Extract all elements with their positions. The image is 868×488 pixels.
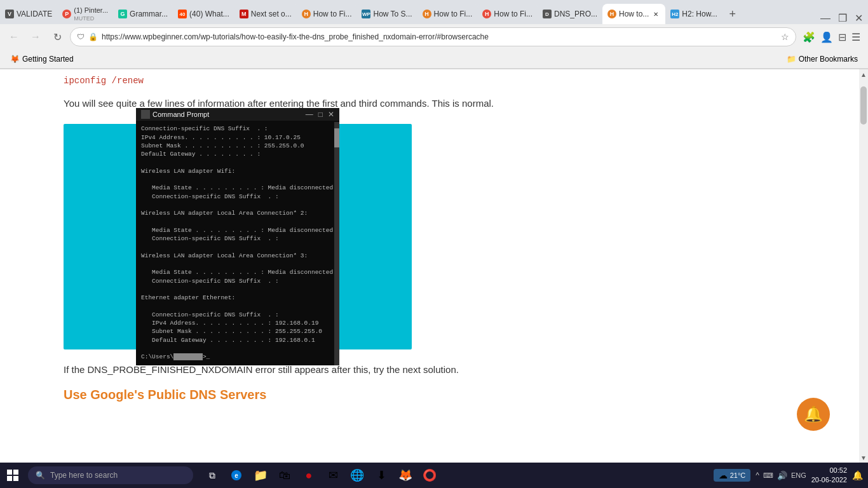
- taskbar-app-browser2[interactable]: 🌐: [346, 464, 369, 487]
- tab-favicon-dns-pro: D: [543, 10, 552, 18]
- tab-favicon-howto-active: H: [607, 10, 616, 18]
- scrollbar-thumb[interactable]: [860, 86, 867, 125]
- taskbar-search-placeholder: Type here to search: [50, 471, 118, 480]
- new-tab-button[interactable]: +: [722, 4, 743, 24]
- cmd-line-12: [141, 218, 334, 226]
- cmd-screenshot-container: Command Prompt — □ ✕ Connection-specific…: [64, 124, 412, 349]
- cmd-line-17: [141, 260, 334, 268]
- tab-howto-fix[interactable]: H How to Fi...: [297, 4, 357, 24]
- taskbar-app-mail[interactable]: ✉: [322, 464, 344, 487]
- taskbar-search-bar[interactable]: 🔍 Type here to search: [28, 466, 193, 484]
- notification-bell-button[interactable]: 🔔: [797, 398, 830, 431]
- lock-icon: 🔒: [88, 32, 98, 41]
- tab-dns-pro[interactable]: D DNS_PRO...: [538, 4, 602, 24]
- cmd-line-26: Default Gateway . . . . . . . . : 192.16…: [141, 336, 334, 344]
- tab-whatsnew[interactable]: 40 (40) What...: [173, 4, 234, 24]
- tab-close-button[interactable]: ✕: [651, 10, 660, 18]
- tab-howto-s[interactable]: WP How To S...: [356, 4, 417, 24]
- content-area: ipconfig /renew You will see quite a few…: [0, 69, 868, 463]
- tab-howto-f3[interactable]: H How to Fi...: [477, 4, 538, 24]
- cmd-line-24: IPv4 Address. . . . . . . . . . : 192.16…: [141, 319, 334, 327]
- svg-text:e: e: [234, 472, 238, 479]
- cmd-line-18: Media State . . . . . . . . . : Media di…: [141, 268, 334, 276]
- close-button[interactable]: ✕: [855, 12, 863, 24]
- address-input[interactable]: [102, 32, 777, 41]
- tab-pinterest[interactable]: P (1) Pinter...MUTED: [57, 4, 113, 24]
- weather-temperature: 21°C: [730, 471, 746, 479]
- page-scrollbar[interactable]: ▲ ▼: [859, 69, 868, 463]
- bookmark-star-icon[interactable]: ☆: [781, 32, 789, 42]
- tab-label-howto-fix: How to Fi...: [313, 10, 352, 18]
- taskbar-systray: ^ ⌨ 🔊 ENG: [756, 471, 806, 480]
- cmd-line-21: Ethernet adapter Ethernet:: [141, 294, 334, 302]
- cmd-line-2: IPv4 Address. . . . . . . . . . : 10.17.…: [141, 133, 334, 142]
- cmd-close: ✕: [328, 110, 334, 119]
- refresh-button[interactable]: ↻: [48, 28, 66, 46]
- cmd-line-27: [141, 344, 334, 353]
- tab-validate[interactable]: V VALIDATE: [0, 4, 57, 24]
- cmd-line-15: [141, 243, 334, 252]
- tab-bar: V VALIDATE P (1) Pinter...MUTED G Gramma…: [0, 0, 868, 24]
- taskbar-weather-widget[interactable]: ☁ 21°C: [714, 469, 751, 482]
- scrollbar-track: [859, 80, 868, 452]
- tray-arrow-icon[interactable]: ^: [756, 471, 759, 480]
- taskbar-app-firefox[interactable]: 🦊: [394, 464, 417, 487]
- tab-favicon-whatsnew: 40: [178, 10, 187, 18]
- tray-keyboard-icon[interactable]: ⌨: [763, 471, 773, 480]
- taskbar-app-opera[interactable]: ●: [297, 464, 320, 487]
- bookmark-getting-started[interactable]: 🦊 Getting Started: [5, 53, 79, 65]
- cmd-line-20: [141, 285, 334, 294]
- tab-label-h2-how: H2: How...: [682, 10, 717, 18]
- address-bar-container: 🛡 🔒 ☆: [70, 27, 796, 46]
- cmd-scrollbar-thumb: [334, 128, 339, 147]
- tab-favicon-howto-s: WP: [362, 10, 370, 18]
- start-button[interactable]: [0, 463, 25, 488]
- tab-label-whatsnew: (40) What...: [189, 10, 229, 18]
- cmd-titlebar: Command Prompt — □ ✕: [136, 108, 339, 121]
- profile-icon[interactable]: 👤: [820, 31, 833, 43]
- extensions-icon[interactable]: 🧩: [803, 31, 815, 43]
- section-heading: Use Google's Public DNS Servers: [64, 388, 796, 402]
- back-button[interactable]: ←: [5, 28, 23, 46]
- taskbar-app-edge[interactable]: e: [225, 464, 248, 487]
- tray-language-icon[interactable]: ENG: [791, 471, 806, 479]
- tab-grammarly[interactable]: G Grammar...: [113, 4, 173, 24]
- security-icon: 🛡: [77, 32, 85, 41]
- tab-favicon-howto-f2: H: [423, 10, 431, 18]
- forward-button[interactable]: →: [27, 28, 44, 46]
- taskbar-clock[interactable]: 00:52 20-06-2022: [811, 466, 847, 485]
- cmd-scrollbar[interactable]: [334, 122, 339, 365]
- taskbar-app-task-view[interactable]: ⧉: [201, 464, 224, 487]
- cmd-title-label: Command Prompt: [153, 111, 209, 118]
- tab-favicon-nextset: M: [240, 10, 248, 18]
- bookmark-label-getting-started: Getting Started: [22, 55, 74, 64]
- cmd-line-4: Default Gateway . . . . . . . . :: [141, 150, 334, 158]
- taskbar-app-store[interactable]: 🛍: [273, 464, 296, 487]
- tab-howto-active[interactable]: H How to... ✕: [602, 4, 665, 24]
- maximize-button[interactable]: ❒: [838, 12, 847, 24]
- other-bookmarks-button[interactable]: 📁 Other Bookmarks: [782, 53, 863, 65]
- browser-right-controls: 🧩 👤 ⊟ ☰: [800, 31, 863, 43]
- tab-howto-f2[interactable]: H How to Fi...: [417, 4, 478, 24]
- tab-label-howto-f2: How to Fi...: [434, 10, 473, 18]
- scroll-up-arrow[interactable]: ▲: [858, 69, 868, 80]
- tray-volume-icon[interactable]: 🔊: [777, 471, 787, 480]
- cmd-line-9: Connection-specific DNS Suffix . :: [141, 193, 334, 201]
- minimize-button[interactable]: —: [820, 13, 831, 24]
- cmd-window: Command Prompt — □ ✕ Connection-specific…: [136, 108, 339, 365]
- scroll-down-arrow[interactable]: ▼: [858, 452, 868, 463]
- taskbar-right: ☁ 21°C ^ ⌨ 🔊 ENG 00:52 20-06-2022 🔔: [714, 466, 868, 485]
- taskbar-app-explorer[interactable]: 📁: [249, 464, 272, 487]
- taskbar-app-opera2[interactable]: ⭕: [418, 464, 441, 487]
- tab-label-grammarly: Grammar...: [130, 10, 168, 18]
- taskbar-app-qbittorrent[interactable]: ⬇: [370, 464, 393, 487]
- window-controls: — ❒ ✕: [815, 12, 868, 24]
- tab-nextset[interactable]: M Next set o...: [234, 4, 297, 24]
- cmd-minimize: —: [306, 110, 313, 119]
- tab-h2-how[interactable]: H2 H2: How...: [665, 4, 722, 24]
- taskbar-notification-icon[interactable]: 🔔: [852, 470, 863, 480]
- menu-icon[interactable]: ☰: [851, 31, 860, 43]
- tab-favicon-validate: V: [5, 10, 14, 18]
- taskbar: 🔍 Type here to search ⧉ e 📁 🛍 ● ✉ 🌐 ⬇ 🦊 …: [0, 463, 868, 488]
- sidebar-icon[interactable]: ⊟: [838, 31, 846, 43]
